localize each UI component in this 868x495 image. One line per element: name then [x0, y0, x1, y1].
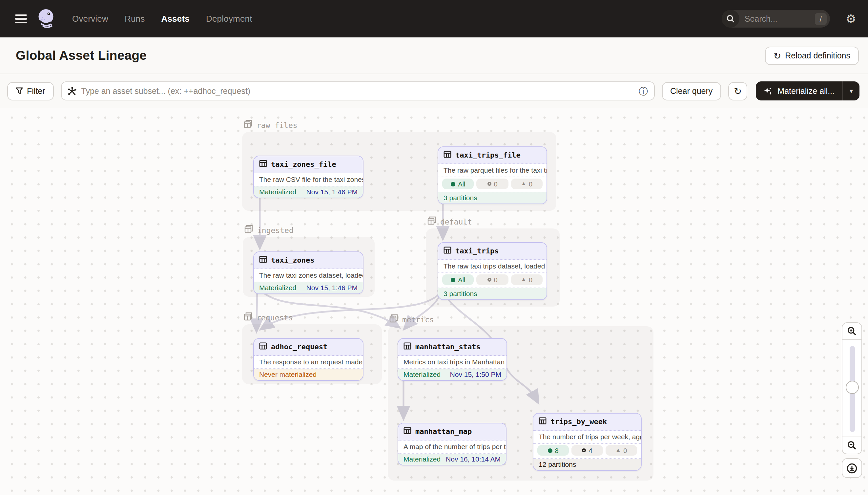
- partition-badge: 8: [537, 445, 569, 456]
- asset-node-header: taxi_zones_file: [254, 156, 363, 173]
- partition-badge: 4: [571, 445, 603, 456]
- in-progress-triangle-icon: ▲: [616, 448, 621, 453]
- failed-ring-icon: [487, 182, 491, 186]
- partition-badge: 0: [477, 274, 509, 285]
- hamburger-menu-icon[interactable]: [15, 14, 27, 23]
- table-icon: [539, 415, 547, 427]
- nav-overview[interactable]: Overview: [72, 14, 108, 24]
- failed-ring-icon: [582, 448, 586, 452]
- group-icon: [389, 314, 398, 325]
- table-icon: [259, 341, 267, 353]
- partition-badge: ▲0: [511, 274, 543, 285]
- success-dot-icon: [451, 182, 455, 186]
- zoom-slider[interactable]: [842, 339, 862, 437]
- asset-query-input[interactable]: [81, 86, 634, 96]
- clear-query-button[interactable]: Clear query: [662, 82, 721, 100]
- app-window: Overview Runs Assets Deployment Search..…: [0, 0, 868, 495]
- asset-group-label-ingested[interactable]: ingested: [244, 224, 294, 236]
- nav-assets[interactable]: Assets: [161, 14, 190, 24]
- asset-node-manhattan_map[interactable]: manhattan_mapA map of the number of trip…: [397, 423, 507, 465]
- materialized-timestamp: Nov 16, 10:14 AM: [446, 455, 501, 463]
- asset-node-taxi_zones_file[interactable]: taxi_zones_fileThe raw CSV file for the …: [253, 156, 364, 198]
- partition-badge: 0: [477, 178, 509, 189]
- partition-status-row: 84▲0: [533, 444, 641, 459]
- never-materialized-footer: Never materialized: [254, 369, 363, 380]
- success-dot-icon: [451, 277, 455, 282]
- nav-deployment[interactable]: Deployment: [206, 14, 252, 24]
- partition-badge: All: [442, 178, 474, 189]
- materialize-all-button[interactable]: Materialize all... ▾: [756, 81, 860, 100]
- asset-node-manhattan_stats[interactable]: manhattan_statsMetrics on taxi trips in …: [397, 338, 507, 381]
- asset-group-label-requests[interactable]: requests: [243, 312, 293, 323]
- asset-group-label-raw_files[interactable]: raw_files: [243, 119, 298, 131]
- page-title: Global Asset Lineage: [16, 48, 147, 63]
- partitions-footer: 3 partitions: [438, 192, 547, 204]
- partitions-footer: 12 partitions: [533, 459, 641, 470]
- page-header: Global Asset Lineage ↻ Reload definition…: [0, 37, 868, 74]
- graph-query-icon: [68, 86, 77, 96]
- top-nav: Overview Runs Assets Deployment Search..…: [0, 0, 868, 37]
- materialization-footer: MaterializedNov 15, 1:46 PM: [254, 282, 363, 293]
- partition-badge: ▲0: [606, 445, 637, 456]
- table-icon: [444, 149, 451, 161]
- asset-name: taxi_zones: [271, 256, 314, 264]
- asset-node-taxi_trips[interactable]: taxi_tripsThe raw taxi trips dataset, lo…: [438, 242, 547, 300]
- zoom-slider-thumb[interactable]: [846, 381, 859, 394]
- zoom-out-button[interactable]: [842, 437, 862, 454]
- settings-gear-icon[interactable]: ⚙: [846, 13, 856, 24]
- materialization-footer: MaterializedNov 15, 1:50 PM: [398, 369, 507, 380]
- asset-node-header: manhattan_stats: [398, 339, 507, 356]
- info-icon[interactable]: ⓘ: [639, 86, 648, 96]
- asset-node-trips_by_week[interactable]: trips_by_weekThe number of trips per wee…: [533, 413, 642, 471]
- materialized-timestamp: Nov 15, 1:50 PM: [450, 370, 501, 378]
- group-icon: [427, 216, 436, 227]
- refresh-graph-button[interactable]: ↻: [728, 82, 747, 100]
- asset-node-header: taxi_trips_file: [438, 147, 547, 164]
- sparkle-icon: [764, 86, 773, 96]
- materialization-footer: MaterializedNov 15, 1:46 PM: [254, 186, 363, 198]
- asset-node-adhoc_request[interactable]: adhoc_requestThe response to an request …: [253, 338, 364, 381]
- table-icon: [259, 158, 267, 170]
- lineage-canvas[interactable]: raw_filesingesteddefaultrequestsmetricst…: [0, 108, 868, 495]
- partition-status-row: All0▲0: [438, 177, 547, 192]
- materialize-dropdown-caret[interactable]: ▾: [843, 81, 860, 100]
- asset-description: The response to an request made in th...: [254, 356, 363, 369]
- materialized-timestamp: Nov 15, 1:46 PM: [306, 284, 358, 291]
- group-icon: [244, 224, 253, 236]
- reload-definitions-button[interactable]: ↻ Reload definitions: [765, 46, 859, 65]
- asset-query-field[interactable]: ⓘ: [61, 81, 655, 100]
- download-image-button[interactable]: [842, 458, 862, 478]
- refresh-icon: ↻: [774, 51, 781, 60]
- search-icon: [722, 10, 739, 28]
- asset-node-taxi_trips_file[interactable]: taxi_trips_fileThe raw parquet files for…: [438, 147, 547, 204]
- group-icon: [243, 119, 253, 131]
- in-progress-triangle-icon: ▲: [521, 181, 526, 186]
- nav-runs[interactable]: Runs: [125, 14, 145, 24]
- asset-node-taxi_zones[interactable]: taxi_zonesThe raw taxi zones dataset, lo…: [253, 252, 364, 294]
- filter-button[interactable]: Filter: [7, 82, 54, 100]
- asset-description: The raw taxi trips dataset, loaded into …: [438, 260, 547, 273]
- search-input[interactable]: Search... /: [722, 10, 830, 28]
- asset-node-header: trips_by_week: [533, 414, 641, 431]
- materialized-status: Materialized: [404, 370, 441, 378]
- dagster-logo[interactable]: [36, 8, 56, 29]
- asset-node-header: taxi_zones: [254, 252, 363, 269]
- asset-description: Metrics on taxi trips in Manhattan: [398, 356, 507, 369]
- materialized-timestamp: Nov 15, 1:46 PM: [306, 188, 358, 195]
- asset-group-label-metrics[interactable]: metrics: [389, 314, 434, 325]
- asset-description: The raw parquet files for the taxi trips…: [438, 164, 547, 177]
- asset-group-label-default[interactable]: default: [427, 216, 472, 227]
- table-icon: [259, 254, 267, 266]
- search-shortcut-badge: /: [815, 13, 827, 24]
- asset-description: The raw CSV file for the taxi zones dat.…: [254, 173, 363, 186]
- zoom-in-button[interactable]: [842, 322, 862, 340]
- asset-name: adhoc_request: [271, 342, 327, 351]
- partition-status-row: All0▲0: [438, 273, 547, 288]
- zoom-controls: [842, 322, 862, 478]
- nav-links: Overview Runs Assets Deployment: [72, 14, 252, 24]
- asset-node-header: adhoc_request: [254, 339, 363, 356]
- asset-description: The raw taxi zones dataset, loaded int..…: [254, 269, 363, 282]
- search-placeholder: Search...: [745, 14, 815, 23]
- materialized-status: Materialized: [404, 455, 441, 463]
- asset-description: The number of trips per week, aggreg...: [533, 431, 641, 444]
